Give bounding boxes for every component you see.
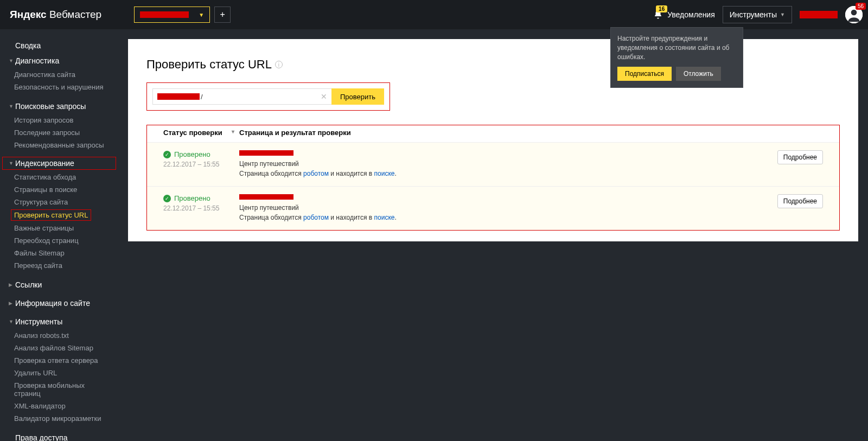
bell-icon: 16: [653, 10, 663, 20]
sidebar-site-info[interactable]: ▶Информация о сайте: [0, 296, 118, 311]
robot-link[interactable]: роботом: [303, 170, 329, 177]
check-circle-icon: ✓: [163, 195, 171, 202]
sidebar-check-url[interactable]: Проверить статус URL: [14, 211, 88, 219]
url-redacted: [157, 93, 200, 100]
sidebar-indexing[interactable]: ▼Индексирование: [9, 159, 110, 168]
sidebar-index-structure[interactable]: Структура сайта: [0, 196, 118, 208]
notifications-button[interactable]: 16 Уведомления: [653, 10, 715, 20]
col-page[interactable]: ▾ Страница и результат проверки: [239, 129, 823, 137]
sidebar-tools-mobile[interactable]: Проверка мобильных страниц: [0, 379, 118, 400]
details-button[interactable]: Подробнее: [777, 150, 823, 164]
sidebar-tools-delete-url[interactable]: Удалить URL: [0, 367, 118, 379]
search-link[interactable]: поиске: [374, 170, 395, 177]
sidebar-tools-sitemap[interactable]: Анализ файлов Sitemap: [0, 342, 118, 354]
clear-icon[interactable]: ✕: [321, 92, 327, 101]
notification-popup: Настройте предупреждения и уведомления о…: [610, 27, 743, 88]
results-table: Статус проверки ▾ Страница и результат п…: [146, 125, 840, 231]
sidebar-tools-micro[interactable]: Валидатор микроразметки: [0, 412, 118, 425]
header: Яндекс Вебмастер ▼ + 16 Уведомления Инст…: [0, 0, 868, 29]
sidebar-check-url-highlighted: Проверить статус URL: [11, 209, 91, 221]
page-url-redacted: [239, 194, 293, 200]
sidebar-index-move[interactable]: Переезд сайта: [0, 259, 118, 272]
sidebar-diag-security[interactable]: Безопасность и нарушения: [0, 81, 118, 93]
sidebar-index-stats[interactable]: Статистика обхода: [0, 171, 118, 183]
sidebar-indexing-highlighted: ▼Индексирование: [2, 157, 116, 170]
later-button[interactable]: Отложить: [676, 67, 721, 81]
page-url-redacted: [239, 150, 293, 156]
content-area: Проверить статус URL i / ✕ Проверить: [118, 29, 868, 441]
add-site-button[interactable]: +: [214, 7, 231, 23]
avatar-badge: 56: [856, 3, 866, 10]
site-selector: ▼ +: [134, 7, 231, 23]
username-redacted: [800, 11, 838, 18]
sidebar-tools[interactable]: ▼Инструменты: [0, 314, 118, 329]
sidebar-diag-site[interactable]: Диагностика сайта: [0, 68, 118, 81]
caret-down-icon: ▼: [9, 161, 14, 166]
chevron-down-icon: ▼: [780, 12, 785, 17]
info-icon[interactable]: i: [275, 61, 283, 68]
site-select-dropdown[interactable]: ▼: [134, 7, 210, 23]
chevron-down-icon: ▼: [199, 12, 204, 18]
sidebar-tools-robots[interactable]: Анализ robots.txt: [0, 329, 118, 342]
page-description: Центр путешествий: [239, 204, 774, 212]
sidebar-diagnostics[interactable]: ▼Диагностика: [0, 53, 118, 68]
logo-brand: Яндекс: [10, 9, 47, 20]
sidebar-search-latest[interactable]: Последние запросы: [0, 126, 118, 139]
sidebar-links[interactable]: ▶Ссылки: [0, 277, 118, 292]
sidebar-summary[interactable]: Сводка: [0, 38, 118, 53]
sidebar: Сводка ▼Диагностика Диагностика сайта Бе…: [0, 29, 118, 441]
sidebar-index-recrawl[interactable]: Переобход страниц: [0, 234, 118, 247]
svg-point-1: [851, 10, 857, 16]
table-row: ✓ Проверено 22.12.2017 – 15:55 Центр пут…: [147, 186, 839, 230]
status-badge: ✓ Проверено: [163, 194, 239, 202]
sidebar-access[interactable]: Права доступа: [0, 430, 118, 441]
logo-product: Вебмастер: [49, 9, 101, 20]
robot-link[interactable]: роботом: [303, 214, 329, 221]
sidebar-search-queries[interactable]: ▼Поисковые запросы: [0, 99, 118, 114]
site-name-redacted: [140, 11, 189, 18]
sidebar-index-pages[interactable]: Страницы в поиске: [0, 183, 118, 196]
popup-text: Настройте предупреждения и уведомления о…: [617, 34, 736, 61]
subscribe-button[interactable]: Подписаться: [617, 67, 672, 81]
url-tail: /: [201, 93, 203, 101]
tools-label: Инструменты: [730, 10, 777, 19]
page-info: Страница обходится роботом и находится в…: [239, 214, 774, 221]
details-button[interactable]: Подробнее: [777, 194, 823, 208]
sidebar-index-sitemap[interactable]: Файлы Sitemap: [0, 247, 118, 259]
notif-badge: 16: [656, 5, 667, 12]
status-date: 22.12.2017 – 15:55: [163, 204, 239, 212]
url-check-box: / ✕ Проверить: [146, 82, 390, 111]
sidebar-index-important[interactable]: Важные страницы: [0, 222, 118, 234]
table-row: ✓ Проверено 22.12.2017 – 15:55 Центр пут…: [147, 143, 839, 186]
status-badge: ✓ Проверено: [163, 150, 239, 158]
sidebar-search-recommended[interactable]: Рекомендованные запросы: [0, 139, 118, 151]
logo[interactable]: Яндекс Вебмастер: [10, 9, 101, 21]
notif-label: Уведомления: [667, 10, 715, 19]
url-input[interactable]: / ✕: [152, 88, 331, 105]
caret-right-icon: ▶: [9, 301, 14, 306]
status-date: 22.12.2017 – 15:55: [163, 161, 239, 168]
results-header: Статус проверки ▾ Страница и результат п…: [147, 125, 839, 143]
caret-down-icon: ▼: [9, 319, 14, 324]
page-description: Центр путешествий: [239, 160, 774, 168]
tools-dropdown[interactable]: Инструменты ▼: [723, 6, 792, 23]
col-status[interactable]: Статус проверки: [163, 129, 239, 137]
caret-right-icon: ▶: [9, 282, 14, 287]
caret-down-icon: ▼: [9, 58, 14, 63]
main-panel: Проверить статус URL i / ✕ Проверить: [128, 39, 858, 241]
sidebar-tools-server[interactable]: Проверка ответа сервера: [0, 354, 118, 367]
check-button[interactable]: Проверить: [331, 88, 384, 105]
page-info: Страница обходится роботом и находится в…: [239, 170, 774, 177]
sidebar-tools-xml[interactable]: XML-валидатор: [0, 400, 118, 412]
caret-down-icon: ▼: [9, 104, 14, 109]
avatar[interactable]: 56: [845, 6, 863, 23]
sort-icon: ▾: [232, 129, 234, 135]
search-link[interactable]: поиске: [374, 214, 395, 221]
sidebar-search-history[interactable]: История запросов: [0, 114, 118, 126]
check-circle-icon: ✓: [163, 151, 171, 158]
header-right: 16 Уведомления Инструменты ▼ 56: [653, 6, 863, 23]
